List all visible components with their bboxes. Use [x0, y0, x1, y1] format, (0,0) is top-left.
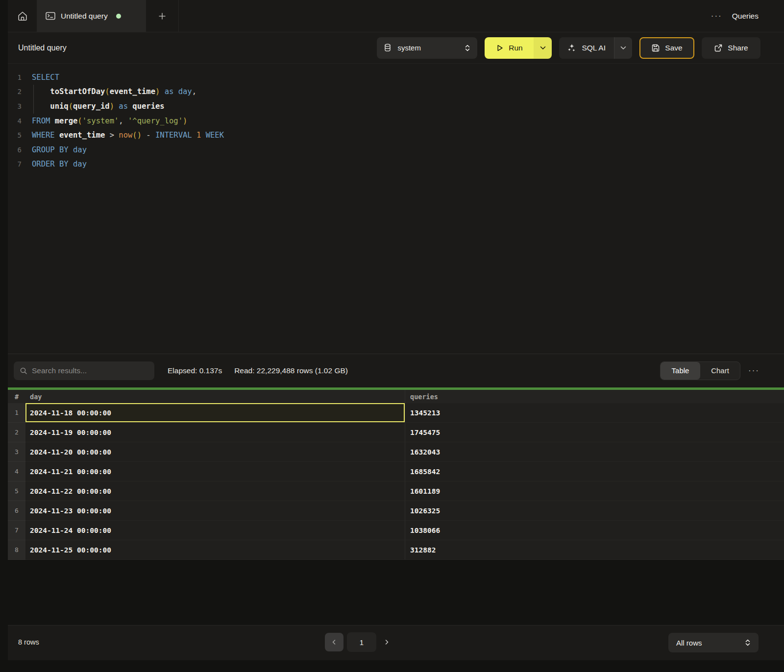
cell-day[interactable]: 2024-11-20 00:00:00 — [25, 442, 405, 462]
cell-queries[interactable]: 1745475 — [405, 423, 784, 442]
save-button[interactable]: Save — [639, 37, 694, 59]
table-row: 7 2024-11-24 00:00:00 1038066 — [8, 521, 784, 540]
code-token: WHERE — [32, 131, 55, 140]
code-token: event_time — [110, 87, 155, 96]
cell-queries[interactable]: 1026325 — [405, 501, 784, 521]
toolbar-actions: system Run — [377, 37, 760, 59]
read-stat: Read: 22,229,488 rows (1.02 GB) — [234, 366, 348, 375]
code-token: ) — [155, 87, 160, 96]
page-size-selector[interactable]: All rows — [668, 633, 759, 652]
cell-queries[interactable]: 1345213 — [405, 403, 784, 423]
line-number: 6 — [8, 146, 22, 154]
code-token: ( — [105, 87, 109, 96]
sql-ai-options-button[interactable] — [614, 37, 632, 59]
cell-day[interactable]: 2024-11-18 00:00:00 — [25, 403, 405, 423]
cell-day[interactable]: 2024-11-23 00:00:00 — [25, 501, 405, 521]
run-button[interactable]: Run — [485, 37, 534, 59]
code-token — [201, 131, 205, 140]
code-token: as — [165, 87, 174, 96]
home-button[interactable] — [8, 0, 37, 32]
code-token: toStartOfDay — [50, 87, 105, 96]
results-more-button[interactable]: ··· — [748, 366, 760, 375]
left-edge-strip — [0, 0, 8, 672]
code-token: ( — [77, 117, 82, 125]
code-token: SELECT — [32, 73, 59, 82]
sql-ai-button[interactable]: SQL AI — [559, 37, 614, 59]
search-results-input[interactable] — [32, 366, 148, 375]
code-token — [32, 102, 50, 111]
cell-day[interactable]: 2024-11-25 00:00:00 — [25, 540, 405, 560]
row-number[interactable]: 1 — [8, 403, 25, 423]
code-token: day — [73, 160, 87, 168]
current-page-button[interactable]: 1 — [347, 632, 376, 652]
code-token — [55, 160, 59, 168]
share-button[interactable]: Share — [702, 37, 760, 59]
new-tab-button[interactable] — [146, 0, 179, 32]
code-token: , — [192, 87, 196, 96]
cell-day[interactable]: 2024-11-19 00:00:00 — [25, 423, 405, 442]
cell-queries[interactable]: 312882 — [405, 540, 784, 560]
code-token: ) — [110, 102, 114, 111]
tab-bar-more-button[interactable]: ··· — [711, 12, 722, 20]
code-token: day — [178, 87, 192, 96]
sql-editor[interactable]: 1 SELECT 2 toStartOfDay(event_time) as d… — [8, 64, 784, 354]
query-title: Untitled query — [18, 44, 67, 52]
row-number[interactable]: 2 — [8, 423, 25, 442]
plus-icon — [157, 11, 167, 21]
code-token: , — [119, 117, 128, 125]
chevron-left-icon — [331, 639, 337, 645]
results-footer: 8 rows 1 All rows — [8, 625, 784, 660]
row-number[interactable]: 3 — [8, 442, 25, 462]
cell-day[interactable]: 2024-11-24 00:00:00 — [25, 521, 405, 540]
code-token: WEEK — [206, 131, 224, 140]
run-options-button[interactable] — [534, 37, 552, 59]
cell-day[interactable]: 2024-11-22 00:00:00 — [25, 481, 405, 501]
save-icon — [651, 44, 660, 52]
code-token: as — [119, 102, 128, 111]
run-button-group: Run — [485, 37, 552, 59]
code-line: 6 GROUP BY day — [8, 143, 784, 157]
chevron-right-icon — [384, 639, 390, 645]
code-token: merge — [55, 117, 78, 125]
cell-queries[interactable]: 1601189 — [405, 481, 784, 501]
chevron-down-icon — [620, 46, 626, 50]
cell-queries[interactable]: 1038066 — [405, 521, 784, 540]
cell-day[interactable]: 2024-11-21 00:00:00 — [25, 462, 405, 481]
queries-link[interactable]: Queries — [732, 12, 759, 21]
row-number[interactable]: 8 — [8, 540, 25, 560]
view-toggle: Table Chart — [660, 361, 740, 380]
code-token: ) — [183, 117, 187, 125]
code-token: ORDER — [32, 160, 55, 168]
column-header-index[interactable]: # — [8, 393, 25, 401]
code-token: () — [132, 131, 142, 140]
prev-page-button[interactable] — [325, 633, 343, 651]
code-token — [55, 131, 59, 140]
view-chart-button[interactable]: Chart — [700, 362, 740, 380]
code-token — [69, 145, 73, 154]
tab-untitled-query[interactable]: Untitled query — [37, 0, 146, 32]
code-token: 1 — [196, 131, 201, 140]
code-token — [69, 160, 73, 168]
updown-chevron-icon — [745, 639, 751, 647]
code-token — [192, 131, 196, 140]
next-page-button[interactable] — [380, 633, 393, 651]
row-number[interactable]: 7 — [8, 521, 25, 540]
column-header-day[interactable]: day — [25, 393, 405, 401]
row-number[interactable]: 6 — [8, 501, 25, 521]
code-text: WHERE event_time > now() - INTERVAL 1 WE… — [32, 131, 224, 140]
cell-queries[interactable]: 1632043 — [405, 442, 784, 462]
terminal-icon — [46, 12, 55, 20]
code-token: now — [119, 131, 132, 140]
column-header-queries[interactable]: queries — [405, 390, 784, 403]
view-table-button[interactable]: Table — [661, 362, 700, 380]
row-number[interactable]: 4 — [8, 462, 25, 481]
updown-chevron-icon — [465, 44, 470, 52]
code-token — [173, 87, 178, 96]
row-number[interactable]: 5 — [8, 481, 25, 501]
cell-queries[interactable]: 1685842 — [405, 462, 784, 481]
tab-title: Untitled query — [61, 12, 108, 21]
code-line: 5 WHERE event_time > now() - INTERVAL 1 … — [8, 128, 784, 143]
search-icon — [20, 367, 27, 375]
share-icon — [714, 44, 723, 52]
database-selector[interactable]: system — [377, 37, 477, 59]
